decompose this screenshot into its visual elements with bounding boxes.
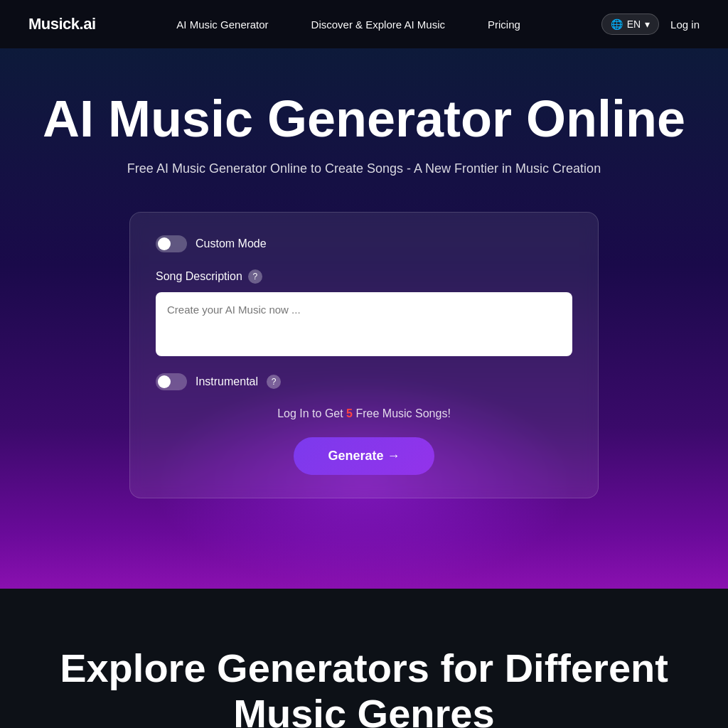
navbar: Musick.ai AI Music Generator Discover & … (0, 0, 728, 48)
custom-mode-row: Custom Mode (156, 235, 572, 252)
globe-icon: 🌐 (611, 18, 623, 30)
song-description-input[interactable] (156, 292, 572, 356)
language-selector[interactable]: 🌐 EN ▾ (601, 14, 659, 35)
song-description-help-icon[interactable]: ? (248, 269, 262, 284)
nav-link-pricing[interactable]: Pricing (488, 18, 520, 31)
hero-title: AI Music Generator Online (43, 91, 685, 147)
generator-card: Custom Mode Song Description ? Instrumen… (129, 212, 599, 498)
song-description-label-row: Song Description ? (156, 269, 572, 284)
instrumental-help-icon[interactable]: ? (267, 375, 281, 389)
chevron-down-icon: ▾ (645, 18, 650, 30)
instrumental-label: Instrumental (196, 375, 258, 388)
brand-logo[interactable]: Musick.ai (28, 15, 96, 33)
hero-subtitle: Free AI Music Generator Online to Create… (127, 161, 601, 176)
bottom-title: Explore Generators for Different Music G… (28, 646, 700, 728)
custom-mode-toggle[interactable] (156, 235, 187, 252)
bottom-title-line2: Music Genres (233, 691, 494, 728)
song-description-label-text: Song Description (156, 270, 242, 283)
bottom-title-line1: Explore Generators for Different (60, 646, 668, 690)
login-prompt-before: Log In to Get (277, 407, 346, 419)
login-prompt: Log In to Get 5 Free Music Songs! (156, 407, 572, 420)
instrumental-toggle[interactable] (156, 373, 187, 390)
login-prompt-after: Free Music Songs! (353, 407, 451, 419)
instrumental-row: Instrumental ? (156, 373, 572, 390)
nav-links: AI Music Generator Discover & Explore AI… (176, 18, 520, 31)
login-prompt-number: 5 (346, 407, 353, 419)
nav-right: 🌐 EN ▾ Log in (601, 14, 700, 35)
hero-section: AI Music Generator Online Free AI Music … (0, 48, 728, 589)
login-button[interactable]: Log in (670, 18, 700, 31)
custom-mode-label: Custom Mode (196, 237, 267, 250)
nav-link-ai-music-generator[interactable]: AI Music Generator (176, 18, 268, 31)
language-label: EN (627, 18, 641, 30)
generate-button[interactable]: Generate → (294, 437, 434, 475)
bottom-section: Explore Generators for Different Music G… (0, 589, 728, 728)
nav-link-discover-explore[interactable]: Discover & Explore AI Music (311, 18, 445, 31)
